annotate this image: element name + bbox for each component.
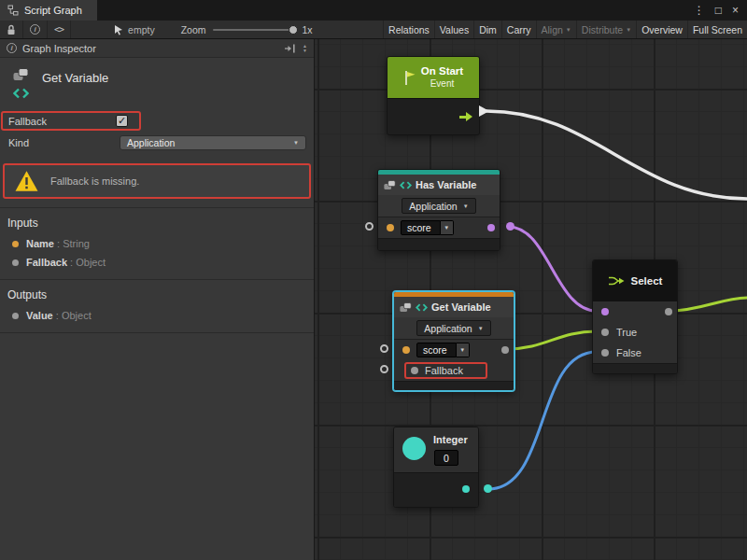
kind-dropdown[interactable]: Application ▼	[120, 135, 306, 150]
inspect-toggle-button[interactable]: i	[23, 21, 48, 38]
full-screen-button[interactable]: Full Screen	[687, 21, 747, 38]
variable-name-dropdown[interactable]: score ▼	[416, 343, 470, 357]
node-header[interactable]: Get Variable	[394, 297, 514, 317]
flag-icon	[403, 70, 416, 86]
unconnected-port-circle[interactable]	[380, 365, 388, 373]
distribute-button: Distribute▼	[576, 21, 636, 38]
dock-icon[interactable]	[284, 44, 296, 53]
script-graph-icon	[7, 5, 19, 16]
warning-box: Fallback is missing.	[3, 163, 311, 199]
menu-dots-icon[interactable]: ⋮	[694, 4, 705, 17]
on-start-body	[388, 98, 479, 134]
info-icon: i	[7, 43, 17, 53]
wire-getvariable-to-select-true[interactable]	[506, 331, 597, 349]
window-titlebar: Script Graph ⋮ □ ×	[0, 0, 747, 21]
result-output-port[interactable]	[487, 224, 495, 231]
graph-inspector-title: Graph Inspector	[22, 43, 96, 54]
graph-canvas[interactable]: On Start Event Has Variable	[315, 39, 747, 560]
panel-resize-arrows[interactable]: ▲ ▼	[303, 44, 307, 52]
name-input-port[interactable]	[402, 346, 410, 354]
code-view-button[interactable]: <>	[48, 21, 71, 38]
integer-type-icon	[402, 437, 426, 460]
fallback-field-highlight: Fallback ✓	[1, 111, 141, 131]
zoom-label: Zoom	[181, 24, 206, 35]
value-output-port[interactable]	[501, 346, 509, 354]
unit-title: Get Variable	[42, 68, 108, 99]
selection-status-label: empty	[128, 24, 155, 35]
graph-inspector-header: i Graph Inspector ▲ ▼	[0, 39, 314, 58]
object-port-dot	[12, 313, 19, 319]
chevron-down-icon: ▼	[463, 203, 469, 209]
node-title: Get Variable	[431, 301, 491, 313]
node-header[interactable]: Has Variable	[378, 175, 500, 195]
carry-button[interactable]: Carry	[501, 21, 536, 38]
wire-hasvariable-to-select-condition[interactable]	[509, 227, 597, 311]
values-button[interactable]: Values	[434, 21, 473, 38]
fallback-field-label: Fallback	[8, 116, 116, 127]
code-brackets-icon	[13, 88, 29, 99]
chevron-down-icon: ▼	[441, 220, 454, 235]
variable-kind-dropdown[interactable]: Application ▼	[416, 320, 490, 336]
variable-kind-dropdown[interactable]: Application ▼	[402, 198, 475, 214]
name-port-row: score ▼	[378, 217, 500, 238]
teal-connection-dot[interactable]	[484, 484, 492, 493]
chevron-down-icon: ▼	[626, 27, 631, 33]
overview-button[interactable]: Overview	[636, 21, 687, 38]
node-subheader: Application ▼	[378, 195, 500, 217]
purple-connection-dot[interactable]	[506, 222, 514, 231]
flow-output-port[interactable]	[459, 112, 472, 121]
node-on-start[interactable]: On Start Event	[387, 56, 480, 135]
zoom-value: 1x	[302, 24, 312, 35]
tab-script-graph[interactable]: Script Graph	[0, 0, 97, 21]
node-title: Select	[631, 275, 663, 287]
zoom-slider[interactable]	[213, 29, 295, 31]
align-button: Align▼	[536, 21, 576, 38]
name-input-port[interactable]	[387, 224, 394, 231]
fallback-input-port[interactable]	[411, 367, 418, 374]
false-input-port[interactable]	[601, 349, 609, 357]
code-brackets-icon	[416, 303, 428, 312]
inspected-unit-header: Get Variable	[0, 58, 314, 111]
unconnected-port-circle[interactable]	[380, 344, 388, 353]
node-title: Has Variable	[416, 179, 476, 190]
chevron-down-icon: ▼	[566, 27, 571, 33]
integer-value-field[interactable]: 0	[434, 450, 458, 466]
node-footer	[394, 472, 478, 507]
lock-button[interactable]	[0, 21, 23, 38]
selection-status: empty	[114, 24, 155, 35]
dim-button[interactable]: Dim	[473, 21, 501, 38]
node-title: Integer	[433, 434, 468, 445]
node-integer[interactable]: Integer 0	[393, 427, 479, 508]
wire-select-output[interactable]	[670, 298, 747, 311]
toolbar-button-group: Relations Values Dim Carry Align▼ Distri…	[383, 21, 747, 38]
relations-button[interactable]: Relations	[383, 21, 434, 38]
false-port-label: False	[616, 347, 641, 358]
code-brackets-icon	[400, 181, 412, 189]
wire-onstart-output[interactable]	[486, 111, 747, 199]
node-get-variable[interactable]: Get Variable Application ▼ score ▼	[393, 291, 514, 391]
node-header[interactable]: Select	[593, 260, 677, 301]
on-start-header: On Start Event	[388, 57, 479, 98]
flow-connection-arrow[interactable]	[479, 105, 489, 117]
warning-text: Fallback is missing.	[50, 175, 139, 187]
unconnected-port-circle[interactable]	[365, 222, 374, 231]
spin-down-icon: ▼	[303, 49, 307, 53]
true-input-port[interactable]	[601, 329, 609, 336]
fallback-port-highlight: Fallback	[404, 362, 487, 379]
close-icon[interactable]: ×	[732, 4, 739, 17]
zoom-slider-knob[interactable]	[289, 25, 298, 35]
selection-output-port[interactable]	[665, 308, 672, 315]
node-select[interactable]: Select True False	[592, 259, 678, 374]
chevron-down-icon: ▼	[457, 343, 470, 357]
variable-name-dropdown[interactable]: score ▼	[401, 220, 454, 235]
outputs-section-title: Outputs	[0, 280, 314, 306]
condition-input-port[interactable]	[601, 308, 609, 315]
cursor-icon	[114, 24, 123, 35]
fallback-checkbox[interactable]: ✓	[116, 115, 128, 127]
variables-icon	[384, 180, 396, 190]
node-has-variable[interactable]: Has Variable Application ▼ score ▼	[377, 169, 500, 251]
integer-output-port[interactable]	[462, 485, 470, 493]
maximize-icon[interactable]: □	[715, 4, 722, 17]
fallback-port-label: Fallback	[425, 365, 463, 376]
divider	[0, 332, 314, 333]
